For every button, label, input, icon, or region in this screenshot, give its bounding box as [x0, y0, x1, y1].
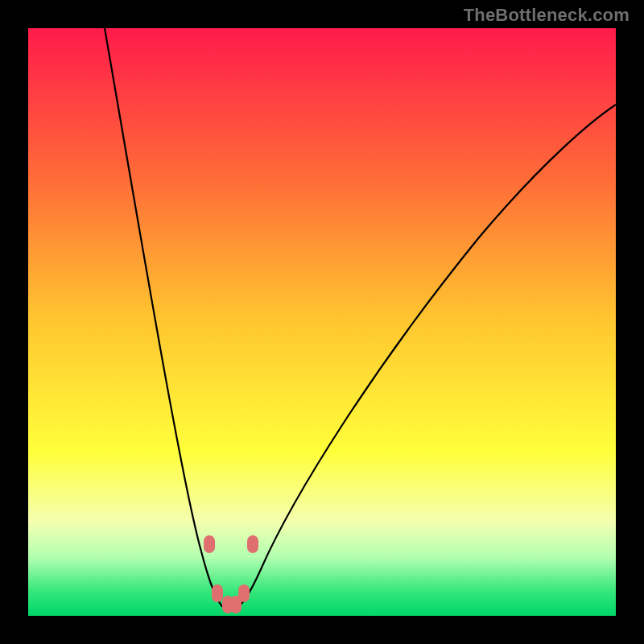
- threshold-marker: [247, 535, 258, 553]
- plot-area: [28, 28, 616, 616]
- threshold-marker: [230, 596, 242, 613]
- watermark-text: TheBottleneck.com: [464, 5, 630, 26]
- threshold-marker: [212, 584, 223, 602]
- threshold-marker: [204, 535, 215, 553]
- bottleneck-curve: [28, 28, 616, 616]
- chart-frame: TheBottleneck.com: [0, 0, 644, 644]
